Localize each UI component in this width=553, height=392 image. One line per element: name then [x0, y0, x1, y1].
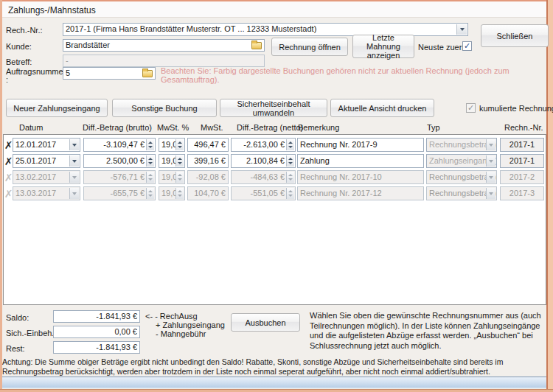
last-reminder-button[interactable]: Letzte Mahnung anzeigen: [352, 35, 414, 58]
other-booking-button[interactable]: Sonstige Buchung: [112, 99, 217, 117]
spinner-buttons: [146, 188, 154, 199]
typ-dropdown-button: [486, 172, 495, 183]
header-mwst: MwSt.: [201, 123, 223, 132]
rechn-nr-field: 2017-2: [500, 170, 544, 184]
dialog-zahlungs-mahnstatus: Zahlungs-/Mahnstatus Rech.-Nr.: 2017-1 (…: [0, 0, 553, 392]
chevron-down-icon: [72, 176, 77, 179]
header-datum: Datum: [19, 123, 43, 132]
color-notice-text: Beachten Sie: Farbig dargestellte Buchun…: [161, 67, 552, 84]
new-payment-button[interactable]: Neuer Zahlungseingang: [6, 99, 108, 117]
chevron-down-icon: [460, 28, 465, 31]
spin-up-icon: [178, 174, 182, 176]
delete-row-icon[interactable]: ✗: [4, 139, 13, 151]
spinner-buttons[interactable]: [146, 155, 154, 167]
mwst-field: 496,47 €: [187, 138, 229, 152]
brutto-spinner: -655,75 €: [83, 186, 156, 200]
netto-value: -551,05 €: [251, 189, 285, 197]
spinner-buttons: [175, 188, 184, 199]
table-row: ✗ 12.01.2017 -3.109,47 € 19,00 496,47 € …: [4, 138, 546, 152]
formula-line-3: - Mahngebühr: [156, 329, 225, 338]
sich-einbeh-label: Sich.-Einbeh.:: [6, 329, 56, 337]
header-netto: Diff.-Betrag (netto): [237, 123, 303, 132]
mwst-field: 399,16 €: [187, 154, 229, 168]
window-title: Zahlungs-/Mahnstatus: [8, 5, 96, 15]
rechn-nr-value: 2017-3: [509, 189, 535, 197]
chevron-down-icon: [489, 192, 493, 195]
newest-first-checkbox[interactable]: ✓: [462, 41, 472, 51]
netto-spinner[interactable]: 2.100,84 €: [231, 154, 296, 168]
auftragsnummer-field[interactable]: 5: [63, 67, 156, 80]
mwst-pct-spinner[interactable]: 19,00: [159, 154, 185, 168]
brutto-value: 2.500,00 €: [106, 156, 145, 165]
chevron-down-icon: [72, 192, 77, 195]
spinner-buttons[interactable]: [286, 155, 294, 167]
netto-spinner[interactable]: -2.613,00 €: [231, 138, 296, 152]
spin-up-icon: [178, 141, 182, 144]
bemerkung-field[interactable]: Zahlung: [297, 154, 424, 168]
date-dropdown-button[interactable]: [69, 139, 79, 150]
spin-down-icon: [178, 146, 182, 148]
spinner-buttons[interactable]: [175, 139, 184, 150]
spinner-buttons[interactable]: [146, 139, 154, 150]
chevron-down-icon: [72, 144, 77, 147]
print-view-button[interactable]: Aktuelle Ansicht drucken: [330, 99, 434, 117]
ausbuchen-button[interactable]: Ausbuchen: [231, 313, 300, 332]
spinner-buttons[interactable]: [175, 155, 184, 167]
cumulative-invoice-checkbox: ✓: [466, 103, 476, 113]
formula-line-2: + Zahlungseingang: [156, 321, 225, 329]
rest-field: -1.841,93 €: [53, 341, 140, 354]
spinner-buttons[interactable]: [286, 139, 294, 150]
kunde-field-value: Brandstätter: [66, 41, 110, 49]
bemerkung-field: Rechnung Nr. 2017-10: [297, 170, 424, 184]
close-button[interactable]: Schließen: [481, 24, 549, 47]
typ-dropdown: Rechnungsbetrag (-): [426, 170, 497, 184]
spin-up-icon: [288, 141, 293, 144]
spin-down-icon: [288, 146, 293, 148]
chevron-down-icon: [489, 160, 493, 163]
rest-value: -1.841,93 €: [96, 343, 137, 351]
mwst-field: -92,08 €: [187, 170, 229, 184]
bemerkung-value: Rechnung Nr. 2017-12: [300, 189, 382, 197]
formula-line-1: <- - RechAusg: [145, 312, 225, 321]
folder-open-icon[interactable]: [142, 70, 153, 77]
rechn-nr-field: 2017-3: [500, 186, 544, 200]
typ-dropdown: Zahlungseingang (+): [426, 154, 497, 168]
spinner-buttons: [146, 172, 154, 183]
rechnr-dropdown-button[interactable]: [456, 24, 467, 35]
cumulative-invoice-label: kumulierte Rechnung: [479, 104, 553, 113]
bemerkung-field[interactable]: Rechnung Nr. 2017-9: [297, 138, 424, 152]
mwst-pct-spinner[interactable]: 19,00: [159, 138, 185, 152]
brutto-spinner[interactable]: 2.500,00 €: [83, 154, 156, 168]
spinner-buttons: [175, 172, 184, 183]
newest-first-label: Neuste zuerst: [418, 43, 468, 52]
rechn-nr-field: 2017-1: [500, 138, 544, 152]
spin-up-icon: [148, 174, 153, 176]
delete-row-icon: ✗: [4, 171, 13, 183]
kunde-field[interactable]: Brandstätter: [63, 39, 265, 52]
date-combobox[interactable]: 25.01.2017: [13, 154, 80, 168]
folder-open-icon[interactable]: [251, 42, 262, 49]
spin-up-icon: [148, 158, 153, 160]
hint-text: Wählen Sie oben die gewünschte Rechnungs…: [310, 311, 549, 351]
brutto-value: -576,71 €: [111, 172, 145, 181]
chevron-down-icon: [72, 160, 77, 163]
spin-down-icon: [148, 178, 153, 181]
brutto-value: -655,75 €: [111, 189, 145, 197]
spin-down-icon: [288, 195, 293, 197]
delete-row-icon[interactable]: ✗: [4, 155, 13, 167]
date-dropdown-button[interactable]: [69, 155, 79, 167]
spin-down-icon: [178, 195, 182, 197]
convert-retention-button[interactable]: Sicherheitseinbehalt umwandeln: [220, 99, 327, 117]
date-combobox: 13.03.2017: [13, 186, 80, 200]
netto-spinner: -551,05 €: [231, 186, 296, 200]
rechn-nr-value: 2017-1: [509, 140, 535, 149]
title-bar: Zahlungs-/Mahnstatus: [2, 1, 546, 18]
open-invoice-button[interactable]: Rechnung öffnen: [271, 38, 348, 56]
spin-up-icon: [288, 190, 293, 192]
brutto-spinner[interactable]: -3.109,47 €: [83, 138, 156, 152]
auftragsnummer-label-colon: :: [6, 75, 8, 84]
sich-einbeh-field: 0,00 €: [53, 326, 140, 338]
bemerkung-value: Rechnung Nr. 2017-9: [300, 140, 378, 149]
bemerkung-field: Rechnung Nr. 2017-12: [297, 186, 424, 200]
date-combobox[interactable]: 12.01.2017: [13, 138, 80, 152]
